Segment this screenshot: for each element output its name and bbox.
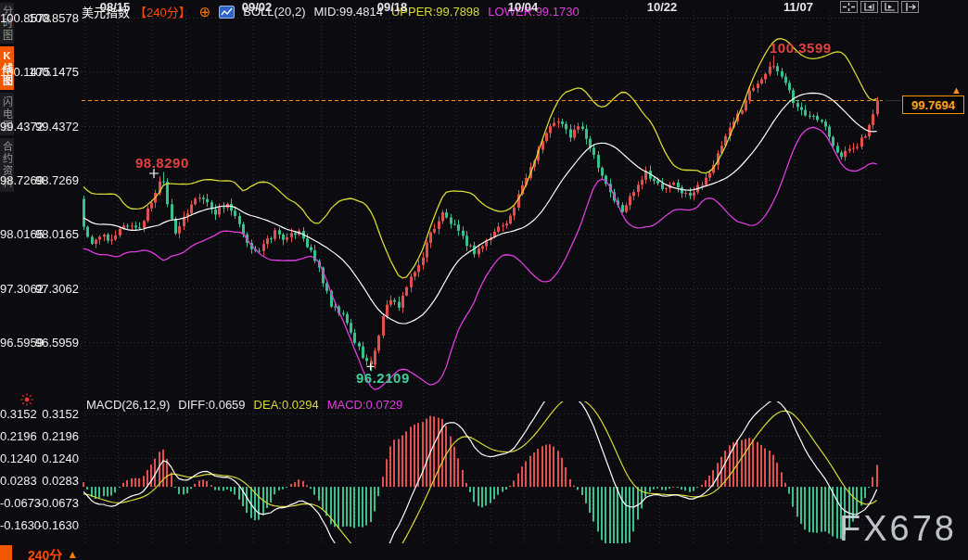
date-axis-label: 09/02 [242, 0, 273, 14]
date-axis-label: 09/18 [377, 0, 408, 14]
macd-axis-label-right: -0.0673 [0, 496, 41, 510]
price-axis-label-right: 96.5959 [0, 336, 44, 350]
range-left-icon[interactable] [860, 1, 878, 13]
fx678-watermark: FX678 [839, 509, 957, 549]
macd-macd-value: MACD:0.0729 [327, 398, 403, 412]
macd-axis-label-right: 0.0283 [0, 474, 37, 488]
macd-axis-label-right: 0.1240 [0, 452, 37, 465]
alert-dot-icon[interactable] [19, 392, 34, 411]
date-axis-label: 08/15 [100, 0, 131, 14]
bottom-period-arrow-icon: ▲ [67, 548, 78, 560]
target-circle-icon[interactable]: ⊕ [199, 7, 211, 17]
price-annotation-3: 96.2109 [356, 370, 410, 386]
period-label[interactable]: 【240分】 [134, 3, 191, 20]
macd-axis-label-right: 0.2196 [0, 429, 37, 443]
date-axis-label: 10/04 [508, 0, 539, 14]
chart-toolbar [837, 1, 919, 13]
price-macd-chart-canvas[interactable] [0, 0, 968, 560]
price-axis-label-right: 99.4372 [0, 120, 44, 134]
macd-diff-value: DIFF:0.0659 [178, 398, 245, 412]
price-axis-label-right: 97.3062 [0, 282, 44, 296]
current-price-box: 99.7694 [902, 95, 964, 114]
bottom-period[interactable]: 240分 ▲ [28, 545, 78, 560]
mini-chart-icon[interactable] [219, 6, 235, 19]
macd-axis-label-right: -0.1630 [0, 518, 41, 532]
chart-window: 分时图K线图闪电图合约资料 美元指数 【240分】 ⊕ BOLL(20,2) M… [0, 0, 968, 560]
price-axis-label-right: 100.8578 [0, 11, 50, 25]
price-axis-label-right: 100.1475 [0, 65, 50, 79]
macd-indicator-label[interactable]: MACD(26,12,9) [86, 398, 170, 412]
macd-header: MACD(26,12,9) DIFF:0.0659 DEA:0.0294 MAC… [86, 398, 402, 412]
bottom-period-label: 240分 [28, 545, 62, 560]
boll-mid-value: MID:99.4814 [314, 5, 383, 19]
crosshair-tool-icon[interactable] [840, 1, 858, 13]
chart-header: 美元指数 【240分】 ⊕ BOLL(20,2) MID:99.4814 UPP… [82, 3, 580, 20]
step-right-icon[interactable] [901, 1, 919, 13]
macd-dea-value: DEA:0.0294 [254, 398, 319, 412]
price-annotation-1: 98.8290 [135, 155, 189, 171]
price-axis-label-right: 98.7269 [0, 173, 44, 187]
sidebar-bottom-accent [0, 545, 12, 560]
date-axis-label: 11/07 [783, 0, 813, 14]
price-marker-arrow-icon: ▲ [951, 84, 962, 95]
date-axis-label: 10/22 [647, 0, 678, 14]
range-right-icon[interactable] [881, 1, 898, 13]
price-axis-label-right: 98.0165 [0, 227, 44, 241]
price-annotation-2: 100.3599 [770, 40, 832, 56]
